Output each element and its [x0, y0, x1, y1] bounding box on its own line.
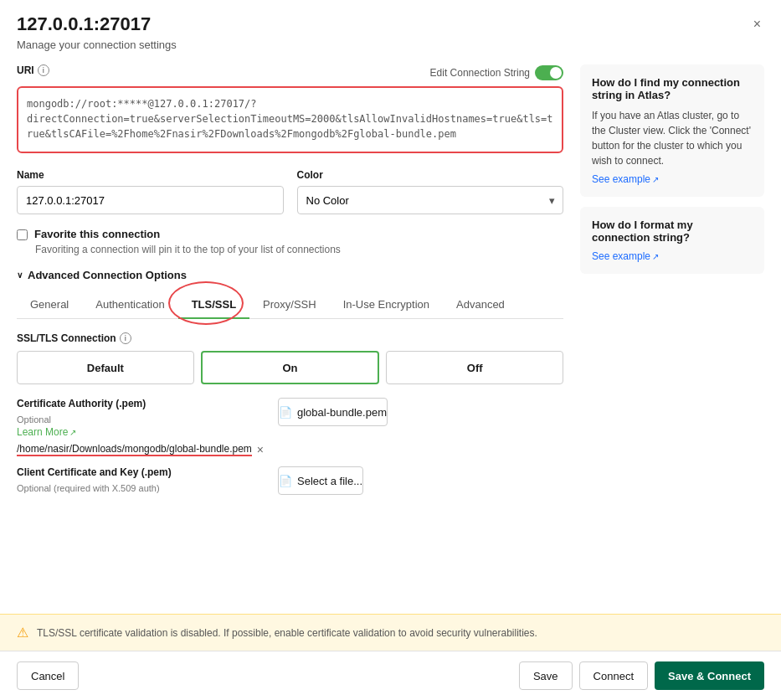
cert-file-path: /home/nasir/Downloads/mongodb/global-bun…	[17, 443, 252, 456]
uri-info-icon[interactable]: i	[38, 64, 49, 76]
toggle-knob	[550, 67, 562, 79]
connect-button[interactable]: Connect	[579, 661, 648, 690]
tab-general[interactable]: General	[17, 291, 82, 319]
ssl-tls-section: SSL/TLS Connection i Default On Off	[17, 332, 563, 384]
client-cert-left: Client Certificate and Key (.pem) Option…	[17, 466, 268, 493]
warning-text: TLS/SSL certificate validation is disabl…	[37, 627, 537, 639]
save-button[interactable]: Save	[519, 661, 573, 690]
client-cert-row: Client Certificate and Key (.pem) Option…	[17, 466, 563, 495]
tab-in-use-encryption[interactable]: In-Use Encryption	[330, 291, 443, 319]
edit-connection-toggle: Edit Connection String	[430, 65, 563, 80]
save-connect-button[interactable]: Save & Connect	[655, 661, 764, 690]
close-button[interactable]: ×	[750, 13, 764, 35]
cert-authority-file-button[interactable]: 📄 global-bundle.pem	[278, 398, 388, 426]
ssl-button-group: Default On Off	[17, 351, 563, 384]
uri-section: URI i Edit Connection String mongodb://r…	[17, 64, 563, 156]
name-label: Name	[17, 169, 284, 181]
uri-input[interactable]: mongodb://root:*****@127.0.0.1:27017/?di…	[17, 86, 563, 153]
clear-cert-icon[interactable]: ×	[257, 443, 264, 456]
cancel-button[interactable]: Cancel	[17, 661, 79, 690]
ssl-label: SSL/TLS Connection i	[17, 332, 563, 344]
client-cert-label: Client Certificate and Key (.pem)	[17, 466, 268, 478]
learn-more-link[interactable]: Learn More ↗	[17, 426, 268, 438]
external-link-icon-1: ↗	[652, 175, 659, 184]
cert-authority-label: Certificate Authority (.pem)	[17, 398, 268, 409]
sidebar-format-title: How do I format my connection string?	[592, 219, 753, 244]
file-icon: 📄	[279, 406, 292, 419]
connection-tabs: General Authentication TLS/SSL Proxy/SSH…	[17, 291, 563, 319]
client-cert-file-button[interactable]: 📄 Select a file...	[278, 466, 363, 495]
cert-authority-optional: Optional	[17, 414, 268, 425]
name-field-group: Name	[17, 169, 284, 214]
favorite-checkbox[interactable]	[17, 229, 28, 240]
color-label: Color	[297, 169, 564, 181]
warning-icon: ⚠	[17, 625, 28, 641]
modal-header: 127.0.0.1:27017 ×	[0, 0, 781, 35]
sidebar-card-format: How do I format my connection string? Se…	[580, 207, 764, 274]
tab-proxy-ssh[interactable]: Proxy/SSH	[249, 291, 330, 319]
cert-authority-right: 📄 global-bundle.pem	[278, 398, 563, 426]
uri-label: URI i	[17, 64, 49, 76]
ssl-off-button[interactable]: Off	[386, 351, 563, 384]
favorite-label: Favorite this connection	[34, 228, 160, 240]
edit-connection-string-toggle[interactable]	[535, 65, 563, 80]
tab-tls-wrapper: TLS/SSL	[178, 291, 249, 318]
advanced-options-label: Advanced Connection Options	[28, 269, 187, 281]
tab-tls-ssl[interactable]: TLS/SSL	[178, 291, 249, 319]
sidebar-atlas-title: How do I find my connection string in At…	[592, 76, 753, 101]
cert-authority-section: Certificate Authority (.pem) Optional Le…	[17, 398, 563, 456]
modal: 127.0.0.1:27017 × Manage your connection…	[0, 0, 781, 700]
help-sidebar: How do I find my connection string in At…	[580, 64, 764, 600]
color-field-group: Color No Color Red Orange Yellow Green T…	[297, 169, 564, 214]
favorite-checkbox-row: Favorite this connection	[17, 228, 563, 240]
cert-authority-left: Certificate Authority (.pem) Optional Le…	[17, 398, 268, 456]
tab-authentication[interactable]: Authentication	[82, 291, 177, 319]
warning-bar: ⚠ TLS/SSL certificate validation is disa…	[0, 614, 781, 651]
sidebar-atlas-text: If you have an Atlas cluster, go to the …	[592, 108, 753, 168]
modal-title: 127.0.0.1:27017	[17, 13, 151, 35]
sidebar-atlas-link[interactable]: See example ↗	[592, 173, 753, 185]
color-select-wrapper: No Color Red Orange Yellow Green Teal Bl…	[297, 186, 564, 214]
main-content: URI i Edit Connection String mongodb://r…	[17, 64, 563, 600]
external-link-icon-2: ↗	[652, 252, 659, 261]
ssl-info-icon[interactable]: i	[120, 332, 131, 344]
tab-advanced[interactable]: Advanced	[443, 291, 518, 319]
ssl-default-button[interactable]: Default	[17, 351, 194, 384]
ssl-on-button[interactable]: On	[201, 351, 380, 384]
sidebar-card-atlas: How do I find my connection string in At…	[580, 64, 764, 197]
client-cert-optional: Optional (required with X.509 auth)	[17, 483, 268, 493]
name-color-row: Name Color No Color Red Orange Yellow Gr…	[17, 169, 563, 214]
modal-subtitle: Manage your connection settings	[0, 35, 781, 51]
file-path-row: /home/nasir/Downloads/mongodb/global-bun…	[17, 443, 268, 456]
modal-body: URI i Edit Connection String mongodb://r…	[0, 51, 781, 614]
file-select-icon: 📄	[279, 475, 292, 487]
favorite-description: Favoriting a connection will pin it to t…	[35, 244, 563, 255]
chevron-down-icon: ∨	[17, 270, 23, 280]
footer-left: Cancel	[17, 661, 79, 690]
client-cert-right: 📄 Select a file...	[278, 466, 563, 495]
modal-footer: Cancel Save Connect Save & Connect	[0, 651, 781, 700]
cert-authority-row: Certificate Authority (.pem) Optional Le…	[17, 398, 563, 456]
advanced-options-toggle[interactable]: ∨ Advanced Connection Options	[17, 269, 563, 281]
name-input[interactable]	[17, 186, 284, 214]
client-cert-section: Client Certificate and Key (.pem) Option…	[17, 466, 563, 495]
color-select[interactable]: No Color Red Orange Yellow Green Teal Bl…	[297, 186, 564, 214]
sidebar-format-link[interactable]: See example ↗	[592, 250, 753, 262]
uri-row: URI i Edit Connection String	[17, 64, 563, 81]
footer-right: Save Connect Save & Connect	[519, 661, 764, 690]
external-link-icon: ↗	[69, 428, 76, 437]
